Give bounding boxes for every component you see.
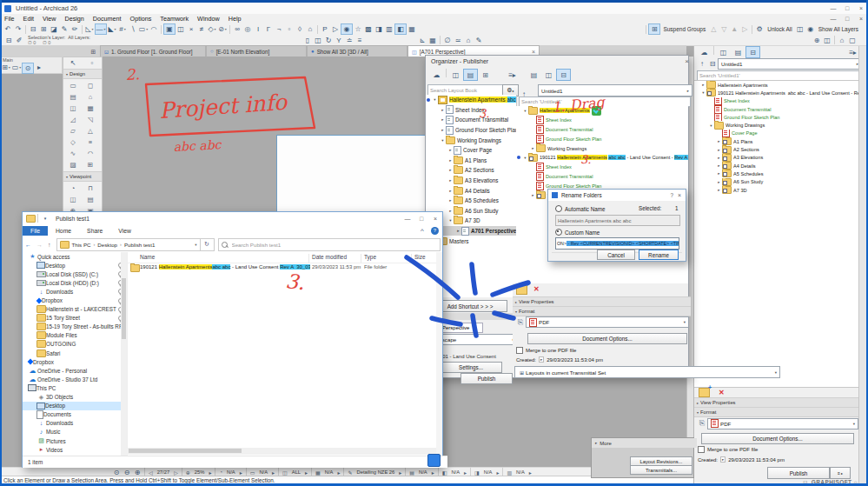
tool-icon[interactable]: ⊞ xyxy=(82,159,99,170)
prev-page-icon[interactable]: ◁ xyxy=(149,469,153,476)
toolbar-icon[interactable]: ◧ xyxy=(394,23,407,35)
menu-view[interactable]: View xyxy=(38,15,60,23)
menu-teamwork[interactable]: Teamwork xyxy=(156,15,193,23)
tool-icon[interactable]: ▦ xyxy=(82,103,99,114)
sidebar-item[interactable]: Hallenstein st - LAKECREST xyxy=(23,305,127,314)
toolbar-icon[interactable]: P xyxy=(320,24,330,34)
view-mode-icon[interactable]: ⊞ xyxy=(478,69,493,81)
expand-icon[interactable]: ▸ xyxy=(440,117,446,122)
toolbar-icon[interactable]: ▥ xyxy=(384,24,394,34)
toolbar-icon[interactable]: ▷ xyxy=(739,24,750,34)
file-row[interactable]: 190121 Hallenstein Apartmentsabc abc - L… xyxy=(128,263,437,273)
expand-icon[interactable]: ▸ xyxy=(700,83,706,87)
view-mode-icon[interactable]: ▤ xyxy=(731,46,745,58)
toolbar-icon[interactable]: ≐ xyxy=(344,36,354,45)
rename-close-button[interactable]: × xyxy=(678,192,681,198)
view-mode-icon[interactable]: ▤ xyxy=(527,69,541,81)
toolbar-icon[interactable]: ◉ xyxy=(341,23,353,35)
layouts-combo[interactable]: ⊞ Layouts in current Transmittal Set ▾ xyxy=(514,366,780,378)
organizer-menu-icon[interactable]: ≡▸ xyxy=(505,69,520,81)
breadcrumb-item[interactable]: This PC xyxy=(72,242,91,248)
toolbar-icon[interactable]: ✎ xyxy=(474,36,484,45)
expand-icon[interactable]: ▾ xyxy=(708,123,714,128)
status-segment-value[interactable]: N/A xyxy=(325,469,334,475)
minimize-button[interactable]: — xyxy=(826,3,840,13)
sidebar-item[interactable]: Safari xyxy=(23,349,127,357)
toolbar-icon[interactable]: ◪ xyxy=(49,24,59,34)
expand-icon[interactable]: ▸ xyxy=(447,198,454,203)
column-name[interactable]: Name xyxy=(140,254,155,260)
main-palette-icon[interactable]: ⊙ xyxy=(22,63,34,74)
status-segment-icon[interactable]: ◫ xyxy=(282,469,288,476)
menu-window[interactable]: Window xyxy=(193,15,224,23)
format-link-icon[interactable]: ⎘ xyxy=(515,317,526,327)
menu-options[interactable]: Options xyxy=(126,15,156,23)
zoom-level[interactable]: 25% xyxy=(195,469,205,475)
refresh-button[interactable]: ↻ xyxy=(201,238,215,251)
sidebar-item[interactable]: Pictures xyxy=(23,436,127,445)
tab-overview-button[interactable]: ⊞ xyxy=(87,47,100,57)
tree-item[interactable]: ▸A1 Plans xyxy=(426,156,516,166)
status-segment-icon[interactable]: ▭ xyxy=(250,469,255,476)
view-mode-icon[interactable]: ⊟ xyxy=(745,46,760,58)
more-section[interactable]: ▸More xyxy=(592,438,697,448)
publisher-set-combo[interactable]: Untitled1▸ xyxy=(718,58,862,70)
sidebar-item[interactable]: Desktop xyxy=(23,261,127,270)
view-tab[interactable]: ⊡1. Ground Floor [1. Ground Floor] xyxy=(100,45,206,57)
sidebar-item[interactable]: OUTGOING xyxy=(23,340,127,349)
expand-icon[interactable]: ▸ xyxy=(447,168,454,172)
sidebar-item[interactable]: Downloads xyxy=(23,287,127,296)
tree-item[interactable]: ▸Hallenstein Apartments xyxy=(694,81,859,89)
tree-item[interactable]: ▸Working Drawings xyxy=(516,143,688,153)
tree-item[interactable]: ▸A5 Schedules xyxy=(426,196,516,206)
sidebar-item[interactable]: 15 Tory Street xyxy=(23,314,127,323)
tree-item[interactable]: ▸A3 Elevations xyxy=(426,176,516,186)
status-segment-value[interactable]: Detailing NZE 26 xyxy=(357,469,395,475)
expand-icon[interactable]: ▸ xyxy=(716,139,722,143)
tool-icon[interactable]: ◫ xyxy=(64,103,82,114)
file-pane-scrollbar[interactable] xyxy=(436,252,442,456)
dialog-help-icon[interactable]: ? xyxy=(670,192,673,198)
menu-design[interactable]: Design xyxy=(60,15,88,23)
toolbar-icon[interactable]: ▦ xyxy=(407,24,417,34)
toolbar-icon[interactable]: ▷ xyxy=(330,24,341,34)
toolbar-icon[interactable]: ☆ xyxy=(353,24,363,34)
toolbar-icon[interactable]: I xyxy=(253,24,263,34)
toolbar-icon[interactable]: ▩ xyxy=(363,24,374,34)
tree-item[interactable]: Sheet Index xyxy=(516,116,688,125)
status-segment-icon[interactable]: ◧ xyxy=(442,469,447,476)
tree-item[interactable]: ▸Cover Page xyxy=(426,145,516,156)
tree-item[interactable]: Sheet Index xyxy=(516,163,688,172)
document-options-button[interactable]: Document Options... xyxy=(527,333,687,344)
expand-icon[interactable]: ▾ xyxy=(447,218,454,223)
document-options-button[interactable]: Document Options... xyxy=(701,433,854,444)
toolbar-icon[interactable]: ⊟ xyxy=(3,36,14,45)
toolbar-icon[interactable]: △ xyxy=(708,24,719,34)
tree-item[interactable]: Document Transmittal xyxy=(516,172,688,182)
tree-item[interactable]: ▾Working Drawings xyxy=(426,135,516,145)
status-segment-icon[interactable]: ✎ xyxy=(348,469,352,476)
rename-button[interactable]: Rename xyxy=(639,250,679,260)
show-all-layers-button[interactable]: Show All Layers xyxy=(818,26,858,32)
tree-item[interactable]: Ground Floor Sketch Plan xyxy=(694,113,859,121)
tool-icon[interactable]: ▭ xyxy=(64,80,82,91)
ribbon-tab-home[interactable]: Home xyxy=(48,226,79,236)
tree-item[interactable]: Cover Page xyxy=(694,130,859,137)
format-link-icon[interactable]: ⎘ xyxy=(697,419,707,429)
toolbar-icon[interactable]: ¬ xyxy=(274,24,284,34)
automatic-name-option[interactable]: Automatic Name xyxy=(555,205,606,212)
expand-icon[interactable]: ▸ xyxy=(440,108,446,112)
toolbar-icon[interactable]: ⌂ xyxy=(837,36,847,45)
help-icon[interactable]: ? xyxy=(431,227,439,235)
document-window-controls[interactable]: — □ × xyxy=(826,14,868,23)
tree-item[interactable]: Document Transmittal xyxy=(516,125,688,135)
tool-icon[interactable]: ◿ xyxy=(64,114,82,125)
toolbar-icon[interactable]: ⌂ xyxy=(305,24,315,34)
sidebar-item[interactable]: Local Disk (SSD) (C:) xyxy=(23,270,127,278)
qat-dropdown-icon[interactable]: ▾ xyxy=(40,214,50,223)
toolbar-icon[interactable]: ▦ xyxy=(427,36,438,45)
organizer-close-button[interactable]: × xyxy=(685,57,689,65)
view-mode-icon[interactable]: ⊟ xyxy=(556,69,571,81)
toolbar-icon[interactable]: ◠ xyxy=(149,24,159,34)
tool-icon[interactable]: ⌂ xyxy=(82,91,99,103)
